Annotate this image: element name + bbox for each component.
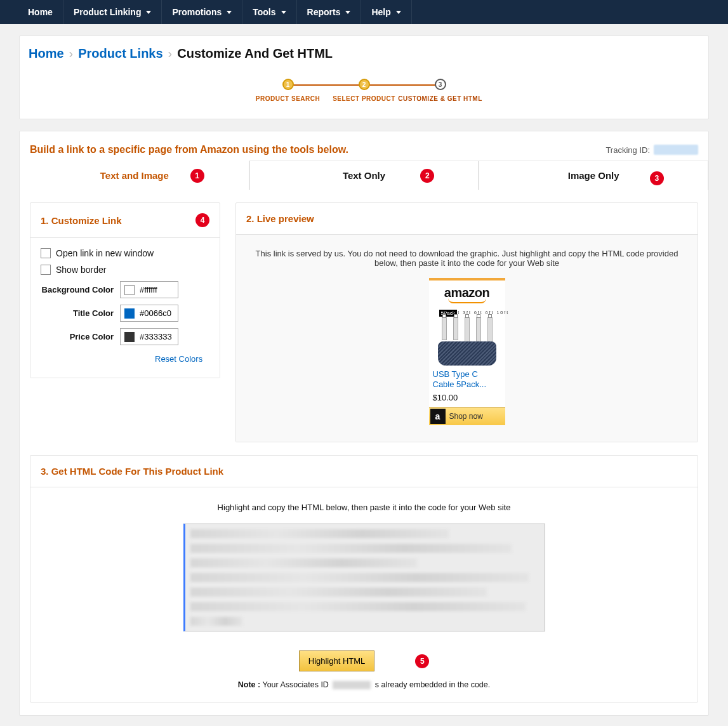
reset-colors-link[interactable]: Reset Colors — [155, 354, 202, 364]
field-price-color[interactable] — [120, 328, 178, 345]
caret-down-icon — [146, 11, 151, 14]
label-price-color: Price Color — [41, 332, 120, 341]
step-customize: 3 CUSTOMIZE & GET HTML — [402, 79, 479, 102]
annotation-4: 4 — [195, 213, 209, 227]
get-html-hint: Highlight and copy the HTML below, then … — [41, 503, 687, 512]
product-price: $10.00 — [429, 390, 505, 407]
input-background-color[interactable] — [138, 284, 174, 295]
annotation-3: 3 — [650, 171, 664, 185]
caret-down-icon — [396, 11, 401, 14]
breadcrumb-home[interactable]: Home — [29, 46, 64, 61]
annotation-1: 1 — [190, 169, 204, 183]
label-open-new-window: Open link in new window — [56, 248, 154, 258]
get-html-title: 3. Get HTML Code For This Product Link — [41, 466, 223, 477]
nav-tools[interactable]: Tools — [242, 0, 296, 24]
annotation-5: 5 — [415, 654, 429, 668]
tracking-value-redacted — [654, 145, 698, 155]
caret-down-icon — [345, 11, 350, 14]
caret-down-icon — [227, 11, 232, 14]
checkbox-show-border[interactable] — [41, 265, 51, 275]
product-title: USB Type C Cable 5Pack... — [429, 369, 505, 390]
step-product-search: 1 PRODUCT SEARCH — [250, 79, 326, 102]
customize-panel: 1. Customize Link 4 Open link in new win… — [30, 202, 220, 378]
annotation-2: 2 — [420, 169, 434, 183]
link-type-tabs: Text and Image 1 Text Only 2 Image Only … — [20, 161, 708, 190]
caret-down-icon — [281, 11, 286, 14]
top-nav: Home Product Linking Promotions Tools Re… — [0, 0, 728, 24]
nav-home[interactable]: Home — [18, 0, 63, 24]
step-select-product: 2 SELECT PRODUCT — [326, 79, 402, 102]
breadcrumb-product-links[interactable]: Product Links — [78, 46, 162, 61]
breadcrumb: Home › Product Links › Customize And Get… — [29, 46, 699, 61]
customize-title: 1. Customize Link — [41, 215, 122, 226]
field-title-color[interactable] — [120, 305, 178, 322]
nav-reports[interactable]: Reports — [297, 0, 362, 24]
field-background-color[interactable] — [120, 281, 178, 298]
html-code-textarea[interactable] — [183, 524, 545, 631]
swatch-icon — [124, 308, 135, 319]
preview-title: 2. Live preview — [246, 213, 314, 224]
swatch-icon — [124, 332, 135, 342]
stepper: 1 PRODUCT SEARCH 2 SELECT PRODUCT 3 CUST… — [29, 79, 699, 102]
preview-panel: 2. Live preview This link is served by u… — [235, 202, 698, 442]
label-show-border: Show border — [56, 265, 106, 275]
label-background-color: Background Color — [41, 285, 120, 294]
amazon-logo-icon: amazon — [444, 286, 489, 300]
nav-product-linking[interactable]: Product Linking — [63, 0, 162, 24]
breadcrumb-card: Home › Product Links › Customize And Get… — [19, 36, 709, 119]
highlight-html-button[interactable]: Highlight HTML — [299, 650, 375, 671]
chevron-right-icon: › — [69, 46, 74, 61]
breadcrumb-current: Customize And Get HTML — [177, 46, 333, 61]
preview-description: This link is served by us. You do not ne… — [246, 249, 687, 268]
tab-text-only[interactable]: Text Only 2 — [249, 161, 479, 190]
get-html-panel: 3. Get HTML Code For This Product Link H… — [30, 455, 698, 703]
redacted-code — [190, 529, 539, 626]
swatch-icon — [124, 285, 135, 295]
tracking-label: Tracking ID: — [606, 145, 650, 155]
tab-text-and-image[interactable]: Text and Image 1 — [20, 161, 249, 190]
checkbox-open-new-window[interactable] — [41, 248, 51, 258]
shop-now-button[interactable]: a Shop now — [429, 407, 505, 425]
amazon-a-icon: a — [430, 409, 446, 424]
ad-preview: amazon 5Pack 3ft 3ft 6ft 6ft 10ft — [429, 278, 505, 425]
nav-promotions[interactable]: Promotions — [162, 0, 242, 24]
label-title-color: Title Color — [41, 308, 120, 318]
tab-image-only[interactable]: Image Only 3 — [479, 161, 708, 190]
note-row: Note : Your Associates ID s already embe… — [41, 680, 687, 689]
associates-id-redacted — [333, 681, 371, 689]
tracking-id: Tracking ID: — [606, 145, 698, 155]
chevron-right-icon: › — [168, 46, 173, 61]
nav-help[interactable]: Help — [361, 0, 411, 24]
main-card: Build a link to a specific page from Ama… — [19, 131, 709, 716]
product-image: 5Pack 3ft 3ft 6ft 6ft 10ft — [435, 308, 499, 366]
input-title-color[interactable] — [138, 308, 174, 319]
build-title: Build a link to a specific page from Ama… — [30, 144, 348, 155]
input-price-color[interactable] — [138, 331, 174, 342]
